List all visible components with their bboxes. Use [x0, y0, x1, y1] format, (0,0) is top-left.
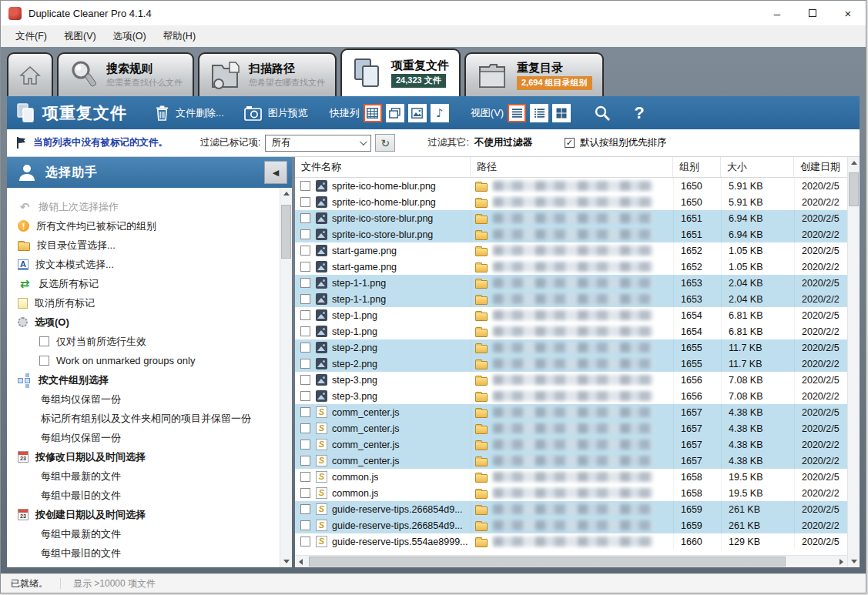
tab-duplicate-folders[interactable]: 重复目录 2,694 组目录组别 [464, 52, 604, 96]
table-row[interactable]: step-2.png165511.7 KB2020/2/2 [295, 356, 847, 372]
quick-column-image-button[interactable] [408, 104, 427, 122]
sidebar-item[interactable]: Work on unmarked groups only [7, 351, 280, 370]
table-row[interactable]: step-3.png16567.08 KB2020/2/2 [295, 388, 847, 404]
tab-home[interactable] [7, 52, 53, 96]
sidebar-item[interactable]: 每组中最新的文件 [7, 466, 280, 486]
sidebar-item[interactable]: 每组中最旧的文件 [7, 486, 280, 505]
sidebar-section-header[interactable]: 按修改日期以及时间选择 [7, 447, 280, 466]
table-row[interactable]: step-1.png16546.81 KB2020/2/2 [295, 323, 847, 339]
table-row[interactable]: step-3.png16567.08 KB2020/2/5 [295, 372, 847, 388]
row-checkbox[interactable] [300, 537, 310, 547]
table-row[interactable]: step-1.png16546.81 KB2020/2/5 [295, 307, 847, 323]
table-row[interactable]: sprite-ico-store-blur.png16516.94 KB2020… [295, 210, 847, 226]
row-checkbox[interactable] [300, 229, 310, 239]
tab-duplicate-files[interactable]: 项重复文件 24,323 文件 [340, 48, 461, 96]
view-list-button[interactable] [508, 104, 526, 122]
image-preview-button[interactable]: 图片预览 [244, 105, 308, 121]
minimize-button[interactable]: – [759, 1, 795, 25]
sidebar-scroll-thumb[interactable] [281, 205, 291, 259]
row-checkbox[interactable] [300, 213, 310, 223]
row-checkbox[interactable] [300, 181, 310, 191]
table-row[interactable]: common.js165819.5 KB2020/2/2 [295, 485, 847, 501]
table-scroll-thumb[interactable] [849, 172, 859, 206]
close-button[interactable]: × [830, 1, 866, 25]
collapse-sidebar-button[interactable]: ◀ [264, 161, 287, 184]
file-delete-button[interactable]: 文件删除... [155, 105, 224, 122]
row-checkbox[interactable] [300, 294, 310, 304]
table-row[interactable]: step-1-1.png16532.04 KB2020/2/5 [295, 275, 847, 291]
table-row[interactable]: guide-reserve-tips.554ae8999...1660129 K… [295, 533, 847, 550]
sidebar-scrollbar[interactable] [280, 188, 292, 567]
table-row[interactable]: common.js165819.5 KB2020/2/5 [295, 469, 847, 485]
search-button[interactable] [594, 105, 611, 122]
sidebar-item[interactable]: 每组均仅保留一份 [7, 428, 280, 447]
view-tiles-button[interactable] [552, 104, 571, 122]
row-checkbox[interactable] [300, 456, 310, 466]
table-row[interactable]: sprite-ico-home-blur.png16505.91 KB2020/… [295, 178, 847, 194]
sidebar-item[interactable]: 每组均仅保留一份 [7, 389, 280, 409]
maximize-button[interactable] [795, 1, 830, 25]
table-row[interactable]: step-2.png165511.7 KB2020/2/5 [295, 339, 847, 356]
filter-marked-dropdown[interactable]: 所有 [265, 135, 371, 152]
tab-search-rules[interactable]: 搜索规则 您需要查找什么文件 [57, 52, 194, 96]
sidebar-item[interactable]: 仅对当前所选行生效 [7, 332, 280, 351]
sidebar-section-header[interactable]: 按文件组别选择 [7, 370, 280, 389]
scroll-up-icon[interactable] [851, 161, 857, 165]
checkbox[interactable] [39, 336, 49, 346]
sort-by-group-checkbox[interactable]: ✓ [565, 138, 575, 148]
table-row[interactable]: comm_center.js16574.38 KB2020/2/2 [295, 453, 847, 469]
column-header-group[interactable]: 组别 [673, 157, 721, 177]
row-checkbox[interactable] [300, 472, 310, 482]
row-checkbox[interactable] [300, 375, 310, 385]
row-checkbox[interactable] [300, 343, 310, 353]
row-checkbox[interactable] [300, 359, 310, 369]
row-checkbox[interactable] [300, 278, 310, 288]
sidebar-item[interactable]: 每组中最旧的文件 [7, 543, 280, 563]
row-checkbox[interactable] [300, 326, 310, 336]
scroll-right-icon[interactable] [840, 559, 843, 565]
horizontal-scroll-thumb[interactable] [309, 557, 786, 567]
sidebar-item[interactable]: 标记所有组别以及文件夹相同的项目并保留一份 [7, 409, 280, 428]
table-row[interactable]: comm_center.js16574.38 KB2020/2/2 [295, 436, 847, 453]
sidebar-item[interactable]: 取消所有标记 [7, 293, 280, 313]
row-checkbox[interactable] [300, 310, 310, 320]
table-row[interactable]: sprite-ico-store-blur.png16516.94 KB2020… [295, 226, 847, 242]
row-checkbox[interactable] [300, 262, 310, 272]
sidebar-item[interactable]: 按文本模式选择... [7, 255, 280, 274]
row-checkbox[interactable] [300, 423, 310, 433]
scroll-up-icon[interactable] [283, 192, 290, 196]
scroll-down-icon[interactable] [283, 560, 290, 563]
table-row[interactable]: sprite-ico-home-blur.png16505.91 KB2020/… [295, 194, 847, 210]
table-row[interactable]: step-1-1.png16532.04 KB2020/2/2 [295, 291, 847, 307]
row-checkbox[interactable] [300, 197, 310, 207]
sidebar-section-header[interactable]: 按文件大小选择 [7, 563, 280, 567]
sidebar-item[interactable]: 每组中最新的文件 [7, 524, 280, 543]
checkbox[interactable] [39, 356, 49, 366]
menu-file[interactable]: 文件(F) [7, 30, 55, 43]
horizontal-scrollbar[interactable] [295, 555, 847, 567]
row-checkbox[interactable] [300, 520, 310, 530]
quick-column-grid-button[interactable] [364, 104, 382, 122]
sidebar-section-header[interactable]: 按创建日期以及时间选择 [7, 505, 280, 524]
tab-scan-paths[interactable]: 扫描路径 您希望在哪查找文件 [198, 52, 337, 96]
sidebar-section-header[interactable]: 选项(O) [7, 313, 280, 332]
table-row[interactable]: comm_center.js16574.38 KB2020/2/5 [295, 404, 847, 420]
quick-column-audio-button[interactable]: ♪ [431, 104, 449, 122]
table-row[interactable]: start-game.png16521.05 KB2020/2/5 [295, 242, 847, 259]
row-checkbox[interactable] [300, 407, 310, 417]
column-header-created[interactable]: 创建日期 [794, 157, 847, 177]
sidebar-item[interactable]: 反选所有标记 [7, 274, 280, 293]
table-vertical-scrollbar[interactable] [847, 157, 860, 567]
scroll-left-icon[interactable] [299, 559, 303, 565]
column-header-size[interactable]: 大小 [721, 157, 794, 177]
sidebar-item[interactable]: 所有文件均已被标记的组别 [7, 216, 280, 236]
menu-options[interactable]: 选项(O) [105, 30, 155, 43]
table-row[interactable]: guide-reserve-tips.266854d9...1659261 KB… [295, 517, 847, 533]
view-details-button[interactable] [530, 104, 548, 122]
table-row[interactable]: guide-reserve-tips.266854d9...1659261 KB… [295, 501, 847, 517]
row-checkbox[interactable] [300, 488, 310, 498]
sidebar-item[interactable]: 按目录位置选择... [7, 236, 280, 255]
scroll-down-icon[interactable] [851, 560, 857, 563]
row-checkbox[interactable] [300, 440, 310, 450]
help-button[interactable]: ? [634, 103, 644, 123]
